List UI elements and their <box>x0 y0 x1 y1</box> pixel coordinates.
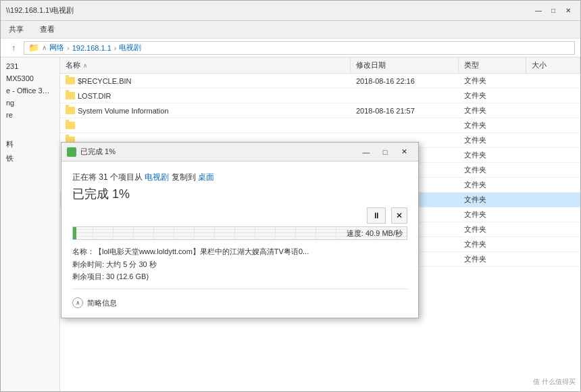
copy-time-remaining: 剩余时间: 大约 5 分 30 秒 <box>72 258 407 271</box>
file-type: 文件夹 <box>459 103 526 118</box>
title-controls: — □ ✕ <box>532 5 575 17</box>
file-name: System Volume Information <box>60 103 351 118</box>
file-size <box>526 74 580 88</box>
sidebar-item-cheng[interactable]: 铁 <box>1 151 59 166</box>
copy-progress-label: 已完成 1% <box>72 186 407 202</box>
file-size <box>526 178 580 192</box>
dialog-body: 正在将 31 个项目从 电视剧 复制到 桌面 已完成 1% ⏸ ✕ 速度: 40… <box>61 162 418 318</box>
file-type: 文件夹 <box>459 163 526 177</box>
breadcrumb-network[interactable]: 网络 <box>49 43 64 53</box>
col-modified[interactable]: 修改日期 <box>351 57 459 73</box>
dialog-minimize-button[interactable]: — <box>357 145 375 159</box>
summary-label: 简略信息 <box>87 298 117 308</box>
toolbar: 共享 查看 <box>1 21 580 39</box>
file-name <box>60 118 351 132</box>
dialog-controls-row: ⏸ ✕ <box>72 207 407 224</box>
table-row[interactable]: $RECYCLE.BIN 2018-08-16 22:16 文件夹 <box>60 74 580 89</box>
sidebar-item-mx5300[interactable]: MX5300 <box>1 72 59 84</box>
pause-button[interactable]: ⏸ <box>367 207 386 224</box>
file-type: 文件夹 <box>459 178 526 192</box>
view-button[interactable]: 查看 <box>37 23 57 36</box>
dialog-controls: — □ ✕ <box>357 145 413 159</box>
file-type: 文件夹 <box>459 118 526 132</box>
file-type: 文件夹 <box>459 193 526 207</box>
file-size <box>526 222 580 237</box>
copy-description: 正在将 31 个项目从 电视剧 复制到 桌面 <box>72 171 407 183</box>
sidebar-item-tie[interactable]: 料 <box>1 137 59 151</box>
window-title: \\192.168.1.1\电视剧 <box>6 5 526 16</box>
sidebar-item-231[interactable]: 231 <box>1 60 59 72</box>
file-name: $RECYCLE.BIN <box>60 74 351 88</box>
file-type: 文件夹 <box>459 252 526 266</box>
file-size <box>526 237 580 251</box>
breadcrumb-sep1: › <box>67 44 70 52</box>
nav-up-button[interactable]: ↑ <box>6 41 21 55</box>
maximize-button[interactable]: □ <box>547 5 560 17</box>
copy-dest-link[interactable]: 桌面 <box>198 172 214 182</box>
file-list-header: 名称 ∧ 修改日期 类型 大小 <box>60 57 580 74</box>
file-type: 文件夹 <box>459 89 526 103</box>
dialog-title-text: 已完成 1% <box>80 147 357 157</box>
breadcrumb-sep2: › <box>114 44 117 52</box>
copy-desc-mid: 复制到 <box>172 172 196 182</box>
sidebar: 231 MX5300 e - Office 3… ng re 料 铁 <box>1 57 60 391</box>
file-size <box>526 252 580 266</box>
copy-source-link[interactable]: 电视剧 <box>145 172 169 182</box>
file-type: 文件夹 <box>459 148 526 162</box>
copy-dialog: 已完成 1% — □ ✕ 正在将 31 个项目从 电视剧 复制到 桌面 已完成 … <box>61 142 419 318</box>
sidebar-item-re[interactable]: re <box>1 109 59 121</box>
col-type[interactable]: 类型 <box>459 57 526 73</box>
copy-filename: 名称：【lol电影天堂www.loldytt.com】果栏中的江湖大嫂高清TV粤… <box>72 245 407 258</box>
file-modified <box>351 89 459 103</box>
dialog-title-bar: 已完成 1% — □ ✕ <box>61 143 418 162</box>
close-button[interactable]: ✕ <box>561 5 575 17</box>
file-size <box>526 89 580 103</box>
file-size <box>526 163 580 177</box>
copy-info: 名称：【lol电影天堂www.loldytt.com】果栏中的江湖大嫂高清TV粤… <box>72 245 407 283</box>
file-size <box>526 207 580 222</box>
file-size <box>526 148 580 162</box>
file-type: 文件夹 <box>459 207 526 222</box>
table-row[interactable]: 文件夹 <box>60 118 580 133</box>
sidebar-item-ng[interactable]: ng <box>1 97 59 109</box>
summary-toggle[interactable]: ∧ 简略信息 <box>72 295 407 311</box>
address-bar: ↑ 📁 ∧ 网络 › 192.168.1.1 › 电视剧 <box>1 39 580 57</box>
copy-items-remaining: 剩余项目: 30 (12.6 GB) <box>72 270 407 283</box>
summary-arrow-icon: ∧ <box>72 297 83 308</box>
file-size <box>526 118 580 132</box>
share-button[interactable]: 共享 <box>6 23 26 36</box>
speed-label: 速度: 40.9 MB/秒 <box>347 228 403 239</box>
file-size <box>526 133 580 147</box>
copy-desc-line1: 正在将 31 个项目从 <box>72 172 143 182</box>
dialog-divider <box>72 289 407 289</box>
file-modified <box>351 118 459 132</box>
table-row[interactable]: System Volume Information 2018-08-16 21:… <box>60 103 580 118</box>
file-modified: 2018-08-16 22:16 <box>351 74 459 88</box>
dialog-close-button[interactable]: ✕ <box>395 145 413 159</box>
file-type: 文件夹 <box>459 74 526 88</box>
file-type: 文件夹 <box>459 222 526 237</box>
file-type: 文件夹 <box>459 133 526 147</box>
breadcrumb-sort-arrow: ∧ <box>42 44 47 51</box>
minimize-button[interactable]: — <box>532 5 545 17</box>
folder-icon-small: 📁 <box>28 43 39 53</box>
breadcrumb-host[interactable]: 192.168.1.1 <box>72 44 111 52</box>
table-row[interactable]: LOST.DIR 文件夹 <box>60 89 580 103</box>
file-type: 文件夹 <box>459 237 526 251</box>
dialog-maximize-button[interactable]: □ <box>376 145 394 159</box>
progress-bar-container: 速度: 40.9 MB/秒 <box>72 226 407 240</box>
file-size <box>526 103 580 118</box>
sidebar-item-office[interactable]: e - Office 3… <box>1 84 59 97</box>
breadcrumb[interactable]: 📁 ∧ 网络 › 192.168.1.1 › 电视剧 <box>24 41 575 55</box>
breadcrumb-folder[interactable]: 电视剧 <box>119 43 141 53</box>
cancel-copy-button[interactable]: ✕ <box>391 207 407 224</box>
dialog-title-icon <box>67 147 76 157</box>
file-size <box>526 193 580 207</box>
progress-fill <box>73 227 76 239</box>
file-name: LOST.DIR <box>60 89 351 103</box>
title-bar: \\192.168.1.1\电视剧 — □ ✕ <box>1 1 580 21</box>
file-modified: 2018-08-16 21:57 <box>351 103 459 118</box>
col-size[interactable]: 大小 <box>526 57 580 73</box>
col-name[interactable]: 名称 ∧ <box>60 57 351 73</box>
